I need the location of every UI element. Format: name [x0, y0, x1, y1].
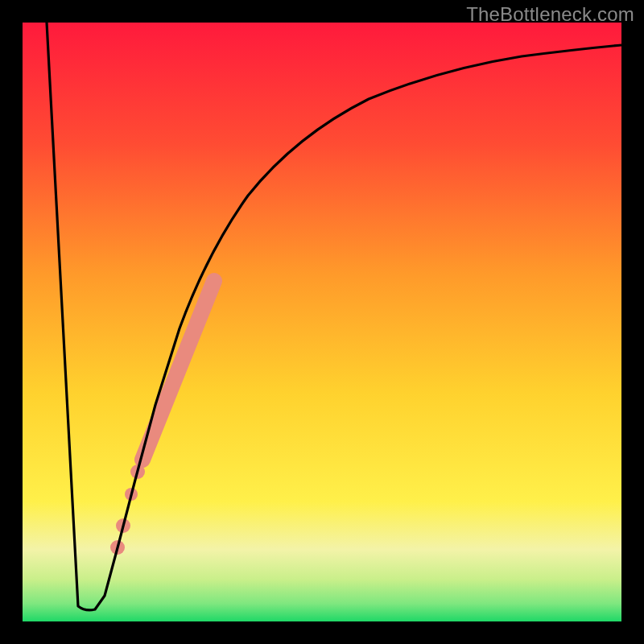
highlight-segment — [142, 281, 214, 460]
bottleneck-curve — [23, 23, 621, 621]
curve-path — [47, 23, 621, 610]
plot-area — [23, 23, 621, 621]
watermark-text: TheBottleneck.com — [466, 3, 634, 26]
chart-frame: TheBottleneck.com — [0, 0, 644, 644]
